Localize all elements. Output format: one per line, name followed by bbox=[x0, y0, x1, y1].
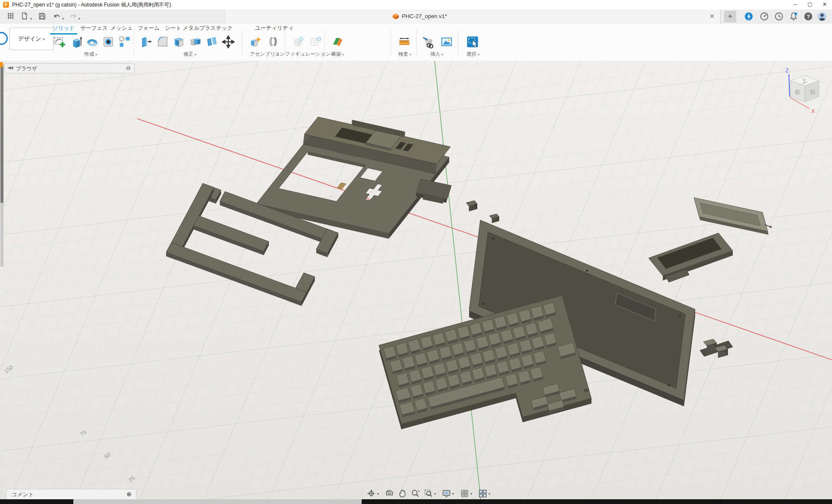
new-component-button[interactable] bbox=[248, 34, 263, 50]
orbit-button[interactable] bbox=[366, 488, 377, 500]
construction-plane-icon bbox=[331, 35, 344, 48]
viewport-canvas[interactable]: 150755025 bbox=[0, 61, 832, 499]
browser-collapse-icon[interactable]: ◀◀ bbox=[7, 65, 12, 70]
split-body-icon bbox=[205, 35, 218, 48]
press-pull-button[interactable] bbox=[139, 34, 154, 50]
ribbon-tab-4[interactable]: フォーム bbox=[138, 25, 160, 33]
recent-icon bbox=[774, 12, 784, 22]
ribbon-tab-6[interactable]: プラスチック bbox=[199, 25, 233, 33]
fillet-button[interactable] bbox=[155, 34, 170, 50]
measure-button[interactable] bbox=[397, 34, 412, 50]
document-tab-label: PHC-27_open v1* bbox=[402, 13, 447, 19]
move-icon bbox=[222, 35, 235, 48]
ribbon-separator bbox=[325, 30, 325, 55]
pan-button[interactable] bbox=[397, 488, 408, 500]
new-component-icon bbox=[249, 35, 262, 48]
fusion-app-window: F PHC-27_open v1* (g catsin) - Autodesk … bbox=[0, 0, 832, 504]
close-button[interactable]: ✕ bbox=[817, 0, 832, 9]
revolve-button[interactable] bbox=[85, 34, 99, 50]
grid-scale-label: 50 bbox=[103, 451, 112, 460]
display-settings-button[interactable] bbox=[441, 488, 452, 500]
svg-text:±: ± bbox=[418, 489, 420, 493]
measure-icon bbox=[398, 35, 411, 48]
revolve-icon bbox=[85, 35, 98, 48]
maximize-button[interactable]: ▢ bbox=[803, 0, 817, 9]
document-tab[interactable]: PHC-27_open v1* ✕ bbox=[224, 9, 721, 24]
browser-scrollbar-thumb[interactable] bbox=[0, 65, 3, 203]
dropdown-caret-icon[interactable]: ▾ bbox=[452, 492, 454, 496]
comment-bar[interactable]: コメント ⊕ bbox=[6, 489, 136, 500]
job-monitor-button[interactable] bbox=[760, 12, 770, 22]
pan-icon bbox=[398, 489, 407, 498]
dropdown-caret-icon[interactable]: ▾ bbox=[488, 492, 490, 496]
ribbon-tab-3[interactable]: メッシュ bbox=[110, 25, 132, 33]
browser-minimize-icon[interactable]: ⊖ bbox=[126, 65, 131, 71]
ribbon-separator bbox=[416, 30, 417, 55]
ribbon-group-label[interactable]: アセンブリ ▾ bbox=[250, 51, 278, 57]
pattern-button[interactable] bbox=[117, 34, 132, 50]
ribbon-group-label[interactable]: 選択 ▾ bbox=[466, 51, 479, 57]
browser-panel-header[interactable]: ◀◀ ブラウザ ⊖ bbox=[4, 63, 135, 73]
new-tab-button[interactable]: + bbox=[724, 11, 736, 22]
minimize-button[interactable]: ─ bbox=[788, 0, 803, 9]
move-button[interactable] bbox=[221, 34, 236, 50]
combine-button[interactable] bbox=[188, 34, 203, 50]
split-body-button[interactable] bbox=[205, 34, 219, 50]
help-button[interactable]: ? bbox=[804, 12, 814, 22]
job-monitor-icon bbox=[760, 12, 769, 22]
add-comment-icon[interactable]: ⊕ bbox=[126, 491, 132, 498]
ribbon-group-label[interactable]: 作成 ▾ bbox=[84, 51, 97, 57]
create-sketch-button[interactable] bbox=[52, 34, 66, 50]
ribbon-tab-1[interactable]: ソリッド bbox=[53, 25, 75, 33]
ribbon-group-label[interactable]: 挿入 ▾ bbox=[430, 51, 443, 57]
ribbon-tab-5[interactable]: シート メタル bbox=[165, 25, 199, 33]
configure-table-button bbox=[309, 34, 323, 50]
ribbon-tab-2[interactable]: サーフェス bbox=[80, 25, 108, 33]
view-cube[interactable]: 上前右ZX bbox=[768, 65, 829, 121]
svg-text:?: ? bbox=[807, 14, 810, 20]
undo-button[interactable]: ▾ bbox=[52, 11, 62, 22]
insert-image-button[interactable] bbox=[439, 34, 454, 50]
account-button[interactable] bbox=[817, 12, 828, 22]
ribbon-group-label[interactable]: 構築 ▾ bbox=[331, 51, 344, 57]
app-grid-button[interactable] bbox=[6, 11, 16, 22]
recent-button[interactable] bbox=[774, 12, 785, 22]
browser-panel-title: ブラウザ bbox=[16, 65, 37, 72]
combine-icon bbox=[189, 35, 202, 48]
select-icon bbox=[466, 35, 479, 48]
shell-icon bbox=[173, 35, 186, 48]
insert-derive-button[interactable] bbox=[421, 34, 436, 50]
shell-button[interactable] bbox=[172, 34, 186, 50]
joint-button[interactable] bbox=[266, 34, 280, 50]
grid-settings-button[interactable] bbox=[459, 488, 470, 500]
hole-button[interactable] bbox=[101, 34, 116, 50]
grid-settings-icon bbox=[460, 489, 470, 498]
create-sketch-icon bbox=[53, 35, 66, 48]
configure-table-icon bbox=[309, 35, 322, 48]
select-button[interactable] bbox=[465, 34, 480, 50]
workspace-selector[interactable]: デザイン ▾ bbox=[9, 28, 54, 50]
fit-button[interactable] bbox=[423, 488, 434, 500]
viewcube-x-axis-label: X bbox=[811, 108, 815, 114]
viewports-button[interactable] bbox=[477, 488, 488, 500]
save-button[interactable] bbox=[37, 11, 47, 22]
look-at-button[interactable] bbox=[384, 488, 395, 500]
save-icon bbox=[38, 12, 47, 21]
zoom-button[interactable]: ± bbox=[410, 488, 421, 500]
ribbon-group-label[interactable]: 検査 ▾ bbox=[398, 51, 411, 57]
extensions-button[interactable] bbox=[744, 12, 754, 22]
ribbon-group-label[interactable]: 修正 ▾ bbox=[183, 51, 196, 57]
dropdown-caret-icon[interactable]: ▾ bbox=[377, 492, 379, 496]
extrude-button[interactable] bbox=[68, 34, 83, 50]
notifications-button[interactable] bbox=[789, 12, 799, 22]
ribbon-tab-7[interactable]: ユーティリティ bbox=[255, 25, 293, 33]
document-tab-close-icon[interactable]: ✕ bbox=[708, 13, 716, 20]
browser-scrollbar[interactable] bbox=[0, 65, 3, 267]
construction-plane-button[interactable] bbox=[330, 34, 345, 50]
orbit-icon bbox=[367, 489, 376, 498]
file-button[interactable]: ▾ bbox=[20, 11, 30, 22]
dropdown-caret-icon[interactable]: ▾ bbox=[470, 492, 472, 496]
redo-button[interactable]: ▾ bbox=[68, 11, 79, 22]
title-bar: F PHC-27_open v1* (g catsin) - Autodesk … bbox=[0, 0, 832, 10]
dropdown-caret-icon[interactable]: ▾ bbox=[434, 492, 436, 496]
